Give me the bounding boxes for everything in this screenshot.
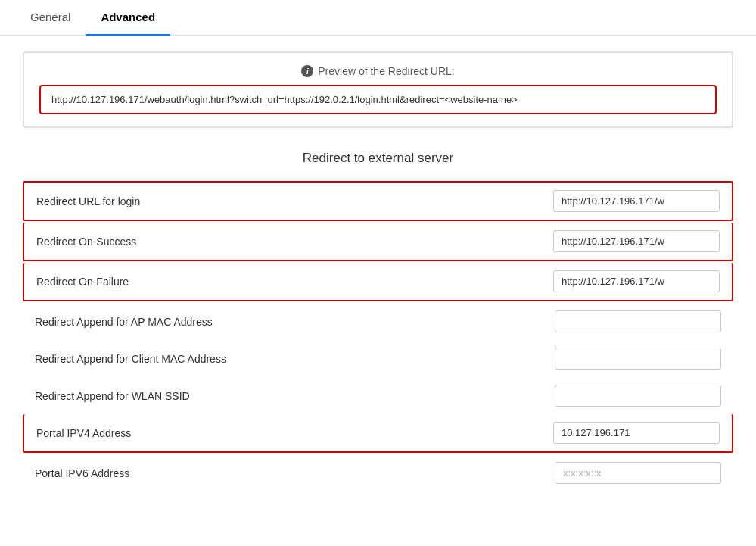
- form-row-wrapper-3: Redirect Append for AP MAC Address: [23, 303, 733, 340]
- form-row-wrapper-1: Redirect On-Success: [23, 223, 733, 261]
- form-row-wrapper-4: Redirect Append for Client MAC Address: [23, 340, 733, 377]
- form-row-wrapper-2: Redirect On-Failure: [23, 263, 733, 301]
- form-label-3: Redirect Append for AP MAC Address: [29, 316, 555, 328]
- tab-general[interactable]: General: [15, 0, 86, 36]
- form-input-3[interactable]: [555, 310, 721, 332]
- preview-url: http://10.127.196.171/webauth/login.html…: [39, 85, 717, 114]
- form-input-6[interactable]: [553, 422, 720, 444]
- form-row-4: Redirect Append for Client MAC Address: [23, 340, 733, 377]
- form-row-5: Redirect Append for WLAN SSID: [23, 377, 733, 414]
- form-input-0[interactable]: [553, 190, 720, 212]
- form-row-3: Redirect Append for AP MAC Address: [23, 303, 733, 340]
- form-row-wrapper-0: Redirect URL for login: [23, 181, 733, 221]
- form-row-6: Portal IPV4 Address: [24, 414, 732, 451]
- form-row-1: Redirect On-Success: [24, 223, 732, 260]
- form-row-0: Redirect URL for login: [24, 183, 732, 220]
- preview-label: Preview of the Redirect URL:: [318, 65, 455, 77]
- form-label-6: Portal IPV4 Address: [30, 427, 553, 439]
- form-row-wrapper-5: Redirect Append for WLAN SSID: [23, 377, 733, 414]
- form-rows: Redirect URL for loginRedirect On-Succes…: [23, 181, 733, 491]
- tab-advanced[interactable]: Advanced: [86, 0, 170, 36]
- content-area: i Preview of the Redirect URL: http://10…: [0, 36, 756, 507]
- form-row-2: Redirect On-Failure: [24, 263, 732, 300]
- tabs-bar: General Advanced: [0, 0, 756, 36]
- preview-title: i Preview of the Redirect URL:: [39, 65, 717, 77]
- form-label-2: Redirect On-Failure: [30, 276, 553, 288]
- section-title: Redirect to external server: [23, 151, 733, 166]
- form-label-0: Redirect URL for login: [30, 195, 553, 207]
- info-icon: i: [301, 65, 313, 77]
- form-row-7: Portal IPV6 Address: [23, 454, 733, 491]
- form-input-4[interactable]: [555, 348, 721, 370]
- form-label-4: Redirect Append for Client MAC Address: [29, 353, 555, 365]
- form-input-7[interactable]: [555, 462, 721, 484]
- form-input-1[interactable]: [553, 230, 720, 252]
- form-label-1: Redirect On-Success: [30, 236, 553, 248]
- form-input-2[interactable]: [553, 270, 720, 292]
- form-row-wrapper-6: Portal IPV4 Address: [23, 414, 733, 453]
- form-label-5: Redirect Append for WLAN SSID: [29, 390, 555, 402]
- form-row-wrapper-7: Portal IPV6 Address: [23, 454, 733, 491]
- preview-box: i Preview of the Redirect URL: http://10…: [23, 51, 733, 128]
- form-label-7: Portal IPV6 Address: [29, 467, 555, 479]
- form-input-5[interactable]: [555, 385, 721, 407]
